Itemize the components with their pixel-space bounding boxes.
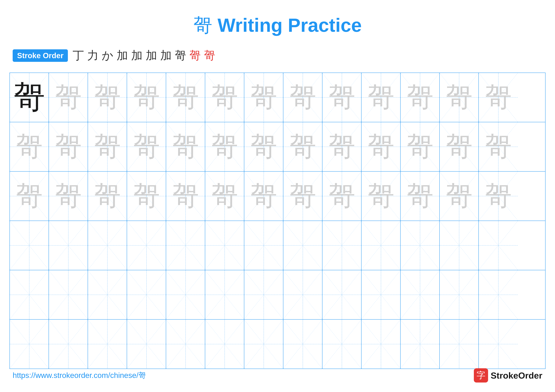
grid-cell-1-5[interactable]: 哿 [205, 122, 244, 171]
grid-cell-2-8[interactable]: 哿 [322, 171, 362, 221]
grid-cell-0-5[interactable]: 哿 [205, 73, 244, 122]
cell-char-1-10: 哿 [407, 133, 433, 160]
cell-char-1-1: 哿 [55, 133, 82, 160]
grid-cell-3-6[interactable] [244, 221, 283, 270]
grid-cell-0-2[interactable]: 哿 [88, 73, 127, 122]
grid-cell-3-2[interactable] [88, 221, 127, 270]
grid-cell-3-9[interactable] [362, 221, 401, 270]
cell-char-1-2: 哿 [94, 133, 121, 160]
grid-cell-3-11[interactable] [440, 221, 479, 270]
grid-cell-4-10[interactable] [401, 270, 440, 319]
grid-cell-3-10[interactable] [401, 221, 440, 270]
grid-cell-2-2[interactable]: 哿 [88, 171, 127, 221]
grid-cell-4-4[interactable] [166, 270, 205, 319]
grid-cell-0-0[interactable]: 哿 [10, 73, 49, 122]
grid-cell-5-5[interactable] [205, 320, 244, 369]
svg-line-286 [244, 320, 283, 368]
grid-cell-0-12[interactable]: 哿 [479, 73, 518, 122]
grid-cell-4-0[interactable] [10, 270, 49, 319]
grid-cell-2-4[interactable]: 哿 [166, 171, 205, 221]
footer-logo: 字 StrokeOrder [474, 368, 542, 383]
grid-cell-2-3[interactable]: 哿 [127, 171, 166, 221]
svg-line-203 [440, 221, 478, 270]
grid-cell-5-12[interactable] [479, 320, 518, 369]
page-title: 哿 Writing Practice [0, 0, 555, 38]
grid-cell-5-4[interactable] [166, 320, 205, 369]
grid-cell-5-6[interactable] [244, 320, 283, 369]
grid-cell-0-10[interactable]: 哿 [401, 73, 440, 122]
grid-cell-0-3[interactable]: 哿 [127, 73, 166, 122]
grid-cell-0-11[interactable]: 哿 [440, 73, 479, 122]
svg-line-294 [322, 320, 361, 368]
cell-char-0-10: 哿 [407, 84, 433, 111]
grid-cell-4-3[interactable] [127, 270, 166, 319]
svg-line-187 [283, 221, 322, 270]
grid-cell-5-2[interactable] [88, 320, 127, 369]
grid-cell-1-3[interactable]: 哿 [127, 122, 166, 171]
cell-char-2-1: 哿 [55, 183, 82, 209]
svg-line-283 [205, 320, 244, 368]
grid-cell-3-0[interactable] [10, 221, 49, 270]
footer-url[interactable]: https://www.strokeorder.com/chinese/哿 [13, 370, 146, 380]
grid-cell-4-8[interactable] [322, 270, 362, 319]
grid-cell-3-3[interactable] [127, 221, 166, 270]
grid-cell-2-10[interactable]: 哿 [401, 171, 440, 221]
grid-cell-4-7[interactable] [283, 270, 322, 319]
svg-line-167 [88, 221, 127, 270]
grid-cell-1-1[interactable]: 哿 [49, 122, 88, 171]
grid-cell-4-12[interactable] [479, 270, 518, 319]
svg-line-258 [479, 270, 518, 319]
grid-cell-0-8[interactable]: 哿 [322, 73, 362, 122]
cell-char-2-6: 哿 [250, 183, 277, 209]
grid-cell-4-9[interactable] [362, 270, 401, 319]
grid-cell-1-8[interactable]: 哿 [322, 122, 362, 171]
grid-cell-1-9[interactable]: 哿 [362, 122, 401, 171]
grid-cell-3-1[interactable] [49, 221, 88, 270]
grid-cell-1-7[interactable]: 哿 [283, 122, 322, 171]
grid-cell-3-8[interactable] [322, 221, 362, 270]
svg-line-178 [205, 221, 244, 270]
grid-cell-0-7[interactable]: 哿 [283, 73, 322, 122]
grid-cell-0-4[interactable]: 哿 [166, 73, 205, 122]
svg-line-223 [127, 271, 166, 319]
grid-cell-1-4[interactable]: 哿 [166, 122, 205, 171]
grid-cell-4-5[interactable] [205, 270, 244, 319]
grid-cell-4-1[interactable] [49, 270, 88, 319]
stroke-step-7: 哿 [175, 48, 186, 63]
grid-cell-0-6[interactable]: 哿 [244, 73, 283, 122]
grid-cell-5-3[interactable] [127, 320, 166, 369]
grid-cell-2-0[interactable]: 哿 [10, 171, 49, 221]
grid-cell-1-0[interactable]: 哿 [10, 122, 49, 171]
grid-cell-0-1[interactable]: 哿 [49, 73, 88, 122]
grid-cell-5-8[interactable] [322, 320, 362, 369]
grid-cell-5-7[interactable] [283, 320, 322, 369]
grid-cell-2-5[interactable]: 哿 [205, 171, 244, 221]
grid-cell-2-11[interactable]: 哿 [440, 171, 479, 221]
grid-cell-3-12[interactable] [479, 221, 518, 270]
grid-cell-5-10[interactable] [401, 320, 440, 369]
grid-cell-5-9[interactable] [362, 320, 401, 369]
cell-char-2-5: 哿 [211, 183, 238, 209]
grid-cell-2-9[interactable]: 哿 [362, 171, 401, 221]
grid-cell-4-2[interactable] [88, 270, 127, 319]
grid-cell-2-6[interactable]: 哿 [244, 171, 283, 221]
grid-cell-0-9[interactable]: 哿 [362, 73, 401, 122]
grid-cell-1-12[interactable]: 哿 [479, 122, 518, 171]
grid-cell-5-11[interactable] [440, 320, 479, 369]
grid-cell-4-11[interactable] [440, 270, 479, 319]
grid-cell-1-10[interactable]: 哿 [401, 122, 440, 171]
grid-cell-2-7[interactable]: 哿 [283, 171, 322, 221]
grid-cell-3-7[interactable] [283, 221, 322, 270]
grid-cell-1-11[interactable]: 哿 [440, 122, 479, 171]
grid-cell-1-2[interactable]: 哿 [88, 122, 127, 171]
grid-cell-5-0[interactable] [10, 320, 49, 369]
grid-cell-3-4[interactable] [166, 221, 205, 270]
cell-char-1-7: 哿 [289, 133, 316, 160]
grid-cell-4-6[interactable] [244, 270, 283, 319]
grid-cell-5-1[interactable] [49, 320, 88, 369]
grid-cell-3-5[interactable] [205, 221, 244, 270]
cell-char-2-11: 哿 [446, 183, 473, 209]
grid-cell-1-6[interactable]: 哿 [244, 122, 283, 171]
grid-cell-2-12[interactable]: 哿 [479, 171, 518, 221]
grid-cell-2-1[interactable]: 哿 [49, 171, 88, 221]
